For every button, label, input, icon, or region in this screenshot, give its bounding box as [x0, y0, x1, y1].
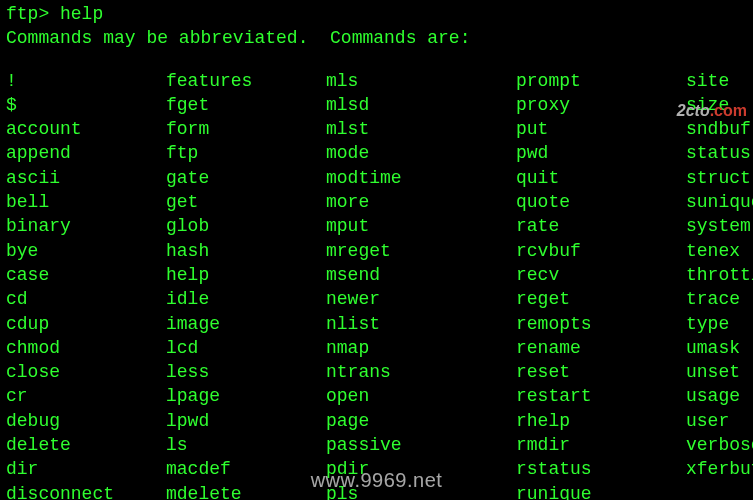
command-item: prompt — [516, 69, 686, 93]
command-item: rstatus — [516, 457, 686, 481]
command-item: cr — [6, 384, 166, 408]
command-item: less — [166, 360, 326, 384]
command-item: reget — [516, 287, 686, 311]
command-item: mlsd — [326, 93, 516, 117]
command-item: delete — [6, 433, 166, 457]
command-item: pls — [326, 482, 516, 500]
command-item: ntrans — [326, 360, 516, 384]
command-item: mdelete — [166, 482, 326, 500]
command-item: debug — [6, 409, 166, 433]
command-item: verbose — [686, 433, 753, 457]
command-item: account — [6, 117, 166, 141]
command-item: quit — [516, 166, 686, 190]
command-item: nmap — [326, 336, 516, 360]
command-item: throttle — [686, 263, 753, 287]
command-item: features — [166, 69, 326, 93]
command-item: idle — [166, 287, 326, 311]
command-item: dir — [6, 457, 166, 481]
command-item: close — [6, 360, 166, 384]
commands-col-1: !$accountappendasciibellbinarybyecasecdc… — [6, 69, 166, 500]
command-item: mode — [326, 141, 516, 165]
command-item: passive — [326, 433, 516, 457]
command-item: mput — [326, 214, 516, 238]
command-item: glob — [166, 214, 326, 238]
command-item: usage — [686, 384, 753, 408]
help-header: Commands may be abbreviated. Commands ar… — [6, 26, 747, 50]
command-item: binary — [6, 214, 166, 238]
command-item: recv — [516, 263, 686, 287]
command-item: ascii — [6, 166, 166, 190]
command-item: reset — [516, 360, 686, 384]
command-item: ftp — [166, 141, 326, 165]
command-item: chmod — [6, 336, 166, 360]
command-item: remopts — [516, 312, 686, 336]
command-item: sndbuf — [686, 117, 753, 141]
command-item: rename — [516, 336, 686, 360]
command-item: $ — [6, 93, 166, 117]
command-item: help — [166, 263, 326, 287]
command-item: gate — [166, 166, 326, 190]
command-item: runique — [516, 482, 686, 500]
command-item: pdir — [326, 457, 516, 481]
command-item: size — [686, 93, 753, 117]
command-item: struct — [686, 166, 753, 190]
ftp-prompt: ftp> — [6, 4, 60, 24]
command-item: open — [326, 384, 516, 408]
command-item: put — [516, 117, 686, 141]
command-item: newer — [326, 287, 516, 311]
command-item: more — [326, 190, 516, 214]
commands-col-2: featuresfgetformftpgategetglobhashhelpid… — [166, 69, 326, 500]
command-item: disconnect — [6, 482, 166, 500]
command-item: bell — [6, 190, 166, 214]
command-item: lpage — [166, 384, 326, 408]
command-item: msend — [326, 263, 516, 287]
command-item: ls — [166, 433, 326, 457]
command-item: bye — [6, 239, 166, 263]
command-item: proxy — [516, 93, 686, 117]
command-item: status — [686, 141, 753, 165]
command-item: sunique — [686, 190, 753, 214]
entered-command: help — [60, 4, 103, 24]
command-item: xferbuf — [686, 457, 753, 481]
commands-col-3: mlsmlsdmlstmodemodtimemoremputmregetmsen… — [326, 69, 516, 500]
command-item: lcd — [166, 336, 326, 360]
command-item: append — [6, 141, 166, 165]
command-item: unset — [686, 360, 753, 384]
command-item: lpwd — [166, 409, 326, 433]
command-item: user — [686, 409, 753, 433]
command-item: hash — [166, 239, 326, 263]
commands-grid: !$accountappendasciibellbinarybyecasecdc… — [6, 69, 747, 500]
command-item: page — [326, 409, 516, 433]
command-item: restart — [516, 384, 686, 408]
command-item: form — [166, 117, 326, 141]
command-item: mlst — [326, 117, 516, 141]
command-item: quote — [516, 190, 686, 214]
command-item: trace — [686, 287, 753, 311]
command-item: modtime — [326, 166, 516, 190]
command-item: case — [6, 263, 166, 287]
command-item: mls — [326, 69, 516, 93]
command-item: site — [686, 69, 753, 93]
commands-col-5: sitesizesndbufstatusstructsuniquesystemt… — [686, 69, 753, 500]
command-item: nlist — [326, 312, 516, 336]
command-item: umask — [686, 336, 753, 360]
command-item: tenex — [686, 239, 753, 263]
command-item: cd — [6, 287, 166, 311]
command-item: rate — [516, 214, 686, 238]
command-item: mreget — [326, 239, 516, 263]
command-item: rcvbuf — [516, 239, 686, 263]
commands-col-4: promptproxyputpwdquitquoteratercvbufrecv… — [516, 69, 686, 500]
command-item: macdef — [166, 457, 326, 481]
command-item: fget — [166, 93, 326, 117]
prompt-line[interactable]: ftp> help — [6, 2, 747, 26]
command-item: system — [686, 214, 753, 238]
command-item: cdup — [6, 312, 166, 336]
command-item: rhelp — [516, 409, 686, 433]
command-item: rmdir — [516, 433, 686, 457]
command-item: image — [166, 312, 326, 336]
command-item: type — [686, 312, 753, 336]
command-item: get — [166, 190, 326, 214]
command-item: pwd — [516, 141, 686, 165]
command-item: ! — [6, 69, 166, 93]
